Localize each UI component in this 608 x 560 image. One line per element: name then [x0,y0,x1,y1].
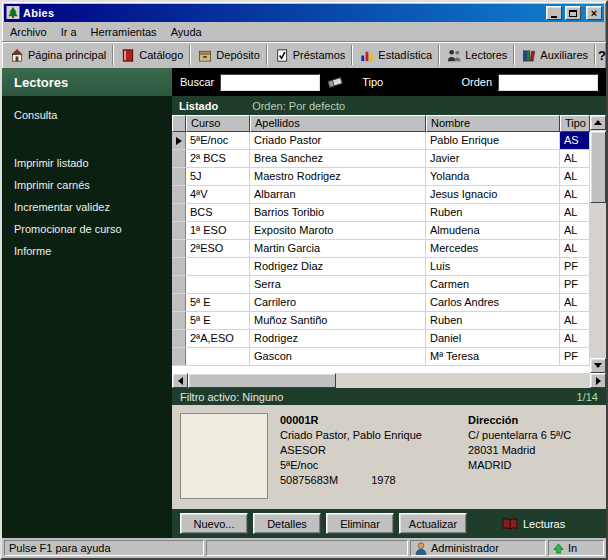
table-row[interactable]: 1ª ESOExposito MarotoAlmudenaAL [172,222,590,240]
cell-apellidos[interactable]: Barrios Toribio [250,204,426,221]
scroll-right-button[interactable] [590,373,606,388]
actualizar-button[interactable]: Actualizar [399,513,467,534]
table-row[interactable]: 5ª ECarrileroCarlos AndresAL [172,294,590,312]
cell-nombre[interactable]: Carlos Andres [426,294,560,311]
sidebar-item-incrementar-validez[interactable]: Incrementar validez [2,196,172,218]
cell-apellidos[interactable]: Gascon [250,348,426,365]
table-row[interactable]: 5ªE/nocCriado PastorPablo EnriqueAS [172,132,590,150]
cell-tipo[interactable]: AL [560,222,590,239]
cell-tipo[interactable]: PF [560,276,590,293]
cell-nombre[interactable]: Yolanda [426,168,560,185]
scroll-down-button[interactable] [590,358,606,373]
table-row[interactable]: 2ªESOMartin GarciaMercedesAL [172,240,590,258]
eraser-icon[interactable] [326,75,344,89]
table-row[interactable]: GasconMª TeresaPF [172,348,590,366]
help-button[interactable]: ? [598,45,606,65]
cell-tipo[interactable]: AL [560,294,590,311]
table-row[interactable]: 5JMaestro RodrigezYolandaAL [172,168,590,186]
cell-curso[interactable]: 4ªV [186,186,250,203]
table-row[interactable]: BCSBarrios ToribioRubenAL [172,204,590,222]
cell-apellidos[interactable]: Criado Pastor [250,132,426,149]
menu-item-ir-a[interactable]: Ir a [54,24,84,40]
horizontal-scroll-track[interactable] [188,373,590,388]
cell-curso[interactable]: 2ªESO [186,240,250,257]
toolbar-button-lectores[interactable]: Lectores [442,44,511,66]
cell-curso[interactable]: BCS [186,204,250,221]
cell-apellidos[interactable]: Serra [250,276,426,293]
orden-input[interactable] [498,74,598,91]
cell-tipo[interactable]: AL [560,330,590,347]
cell-apellidos[interactable]: Brea Sanchez [250,150,426,167]
eliminar-button[interactable]: Eliminar [326,513,394,534]
cell-curso[interactable]: 5J [186,168,250,185]
horizontal-scrollbar[interactable] [172,373,606,388]
buscar-input[interactable] [220,74,320,91]
toolbar-button-estadistica[interactable]: Estadística [355,44,436,66]
vertical-scroll-thumb[interactable] [590,131,606,203]
cell-nombre[interactable]: Javier [426,150,560,167]
cell-tipo[interactable]: AL [560,240,590,257]
cell-curso[interactable] [186,258,250,275]
scroll-left-button[interactable] [172,373,188,388]
sidebar-item-informe[interactable]: Informe [2,240,172,262]
menu-item-ayuda[interactable]: Ayuda [164,24,209,40]
cell-curso[interactable] [186,276,250,293]
cell-apellidos[interactable]: Martin Garcia [250,240,426,257]
toolbar-button-catalogo[interactable]: Catálogo [116,44,187,66]
table-row[interactable]: 4ªVAlbarranJesus IgnacioAL [172,186,590,204]
cell-tipo[interactable]: AL [560,204,590,221]
close-button[interactable]: × [586,6,602,20]
title-bar[interactable]: Abies × [4,4,604,22]
sidebar-item-promocionar-de-curso[interactable]: Promocionar de curso [2,218,172,240]
header-nombre[interactable]: Nombre [426,115,560,132]
cell-curso[interactable]: 1ª ESO [186,222,250,239]
cell-nombre[interactable]: Ruben [426,312,560,329]
minimize-button[interactable] [546,6,562,20]
table-row[interactable]: Rodrigez DiazLuisPF [172,258,590,276]
cell-apellidos[interactable]: Muñoz Santiño [250,312,426,329]
lecturas-button[interactable]: Lecturas [502,517,565,531]
cell-apellidos[interactable]: Albarran [250,186,426,203]
cell-nombre[interactable]: Jesus Ignacio [426,186,560,203]
maximize-button[interactable] [565,6,581,20]
nuevo-button[interactable]: Nuevo... [180,513,248,534]
cell-nombre[interactable]: Carmen [426,276,560,293]
cell-tipo[interactable]: AL [560,168,590,185]
sidebar-item-imprimir-listado[interactable]: Imprimir listado [2,152,172,174]
cell-apellidos[interactable]: Carrilero [250,294,426,311]
cell-apellidos[interactable]: Maestro Rodrigez [250,168,426,185]
table-row[interactable]: 5ª EMuñoz SantiñoRubenAL [172,312,590,330]
horizontal-scroll-thumb[interactable] [188,373,336,388]
cell-apellidos[interactable]: Rodrigez [250,330,426,347]
cell-curso[interactable]: 5ª E [186,294,250,311]
cell-nombre[interactable]: Daniel [426,330,560,347]
toolbar-button-deposito[interactable]: Depósito [193,44,263,66]
cell-nombre[interactable]: Mercedes [426,240,560,257]
sidebar-item-imprimir-carnes[interactable]: Imprimir carnés [2,174,172,196]
toolbar-button-prestamos[interactable]: Préstamos [270,44,350,66]
cell-tipo[interactable]: PF [560,258,590,275]
table-row[interactable]: 2ª BCSBrea SanchezJavierAL [172,150,590,168]
header-tipo[interactable]: Tipo [560,115,590,132]
cell-curso[interactable]: 2ª BCS [186,150,250,167]
cell-curso[interactable]: 5ªE/noc [186,132,250,149]
header-apellidos[interactable]: Apellidos [250,115,426,132]
cell-tipo[interactable]: AL [560,186,590,203]
cell-nombre[interactable]: Almudena [426,222,560,239]
cell-tipo[interactable]: AS [560,132,590,149]
cell-tipo[interactable]: AL [560,150,590,167]
cell-curso[interactable] [186,348,250,365]
cell-tipo[interactable]: AL [560,312,590,329]
toolbar-button-pagina-principal[interactable]: Página principal [5,44,110,66]
cell-apellidos[interactable]: Exposito Maroto [250,222,426,239]
table-row[interactable]: 2ªA,ESORodrigezDanielAL [172,330,590,348]
detalles-button[interactable]: Detalles [253,513,321,534]
menu-item-herramientas[interactable]: Herramientas [84,24,164,40]
sidebar-item-consulta[interactable]: Consulta [2,104,172,126]
header-curso[interactable]: Curso [186,115,250,132]
cell-nombre[interactable]: Pablo Enrique [426,132,560,149]
cell-curso[interactable]: 2ªA,ESO [186,330,250,347]
cell-nombre[interactable]: Luis [426,258,560,275]
cell-curso[interactable]: 5ª E [186,312,250,329]
cell-tipo[interactable]: PF [560,348,590,365]
